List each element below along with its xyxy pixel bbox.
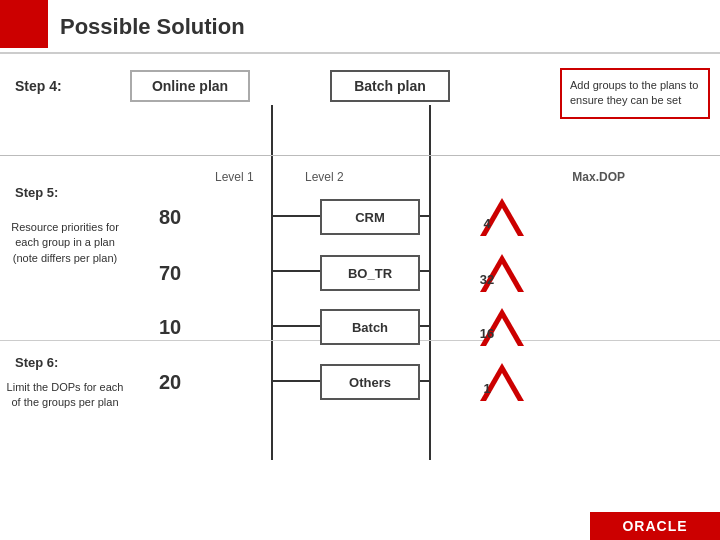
table-row: 80 CRM 4	[130, 195, 690, 239]
maxdop-header: Max.DOP	[572, 170, 625, 184]
step4-label: Step 4:	[0, 78, 120, 94]
step6-label: Step 6:	[15, 355, 58, 370]
group-box-botr: BO_TR	[320, 255, 420, 291]
title-divider	[0, 52, 720, 54]
info-box: Add groups to the plans to ensure they c…	[560, 68, 710, 119]
level1-value-botr: 70	[130, 262, 210, 285]
resource-note: Resource priorities for each group in a …	[5, 220, 125, 266]
page-title: Possible Solution	[60, 14, 245, 40]
online-plan-box: Online plan	[130, 70, 250, 102]
level1-value-crm: 80	[130, 206, 210, 229]
data-rows: 80 CRM 4 70 BO_TR 32	[130, 195, 690, 307]
maxdop-triangle-batch: 16	[450, 308, 524, 346]
info-text: Add groups to the plans to ensure they c…	[570, 79, 698, 106]
table-row: 20 Others 1	[130, 360, 524, 404]
oracle-label: ORACLE	[622, 518, 687, 534]
oracle-logo-bar: ORACLE	[590, 512, 720, 540]
step6-note: Limit the DOPs for each of the groups pe…	[5, 380, 125, 411]
step5-label: Step 5:	[15, 185, 125, 200]
maxdop-triangle-botr: 32	[450, 254, 524, 292]
table-row: 70 BO_TR 32	[130, 251, 690, 295]
maxdop-triangle-others: 1	[450, 363, 524, 401]
maxdop-triangle-crm: 4	[450, 198, 524, 236]
divider-step4	[0, 155, 720, 156]
level2-header: Level 2	[305, 170, 344, 184]
level1-value-batch: 10	[130, 316, 210, 339]
group-box-crm: CRM	[320, 199, 420, 235]
group-box-others: Others	[320, 364, 420, 400]
red-accent-bar	[0, 0, 48, 48]
group-box-batch: Batch	[320, 309, 420, 345]
batch-plan-box: Batch plan	[330, 70, 450, 102]
level1-header: Level 1	[215, 170, 254, 184]
table-row: 10 Batch 16	[130, 305, 524, 349]
level1-value-others: 20	[130, 371, 210, 394]
